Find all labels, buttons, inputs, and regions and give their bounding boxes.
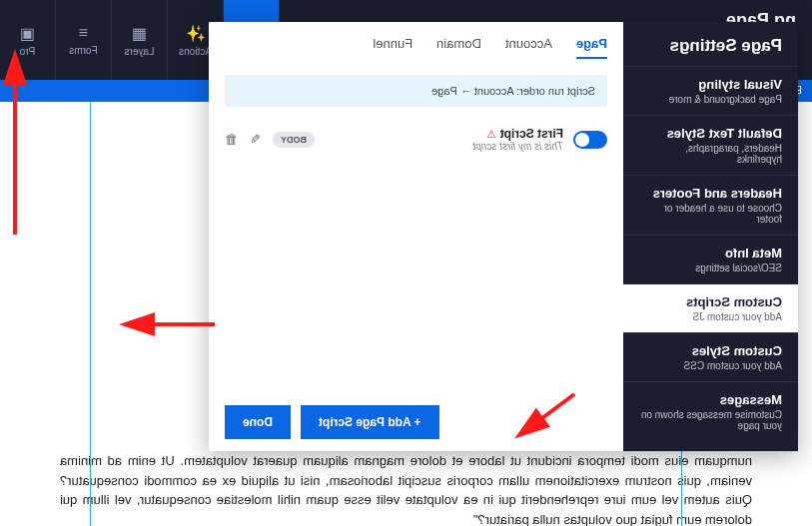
script-subtitle: This is my first script bbox=[472, 141, 563, 152]
sidebar-item-visual-styling[interactable]: Visual stylingPage background & more bbox=[623, 66, 798, 115]
script-text: First Script ⚠ This is my first script bbox=[472, 127, 563, 152]
tab-domain[interactable]: Domain bbox=[436, 36, 481, 59]
sidebar-item-custom-scripts[interactable]: Custom ScriptsAdd your custom JS bbox=[623, 283, 798, 332]
pro-icon: ▣ bbox=[20, 24, 35, 43]
sidebar-item-meta-info[interactable]: Meta InfoSEO/social settings bbox=[623, 235, 798, 283]
add-page-script-button[interactable]: + Add Page Script bbox=[301, 405, 439, 439]
settings-sidebar: Page Settings Visual stylingPage backgro… bbox=[623, 22, 798, 451]
script-row: First Script ⚠ This is my first script B… bbox=[225, 127, 607, 152]
sidebar-item-headers-and-footers[interactable]: Headers and FootersChoose to use a heade… bbox=[623, 175, 798, 235]
script-toggle[interactable] bbox=[573, 131, 607, 149]
sidebar-item-messages[interactable]: MessagesCustomise messages shown on your… bbox=[623, 381, 798, 441]
page-settings-modal: Page Settings Visual stylingPage backgro… bbox=[209, 22, 798, 451]
toolbar-forms[interactable]: ≡Forms bbox=[56, 0, 112, 80]
delete-icon[interactable]: 🗑 bbox=[225, 132, 238, 147]
sidebar-item-custom-styles[interactable]: Custom StylesAdd your custom CSS bbox=[623, 332, 798, 381]
settings-title: Page Settings bbox=[623, 22, 798, 66]
position-badge: BODY bbox=[273, 132, 315, 148]
run-order-info: Script run order: Account → Page bbox=[225, 75, 607, 107]
sidebar-item-default-text-styles[interactable]: Default Text StylesHeaders, paragraphs, … bbox=[623, 115, 798, 175]
warning-icon: ⚠ bbox=[486, 128, 496, 140]
toolbar-layers[interactable]: ▦Layers bbox=[112, 0, 168, 80]
actions-icon: ✨ bbox=[186, 24, 206, 43]
tab-page[interactable]: Page bbox=[576, 36, 607, 59]
tab-funnel[interactable]: Funnel bbox=[373, 36, 412, 59]
settings-panel: PageAccountDomainFunnel Script run order… bbox=[209, 22, 623, 451]
tab-account[interactable]: Account bbox=[505, 36, 552, 59]
done-button[interactable]: Done bbox=[225, 405, 291, 439]
edit-icon[interactable]: ✎ bbox=[250, 132, 261, 147]
forms-icon: ≡ bbox=[79, 24, 88, 42]
layers-icon: ▦ bbox=[132, 24, 147, 43]
scope-tabs: PageAccountDomainFunnel bbox=[225, 36, 607, 59]
toolbar-pro[interactable]: ▣Pro bbox=[0, 0, 56, 80]
script-name: First Script bbox=[500, 127, 563, 141]
